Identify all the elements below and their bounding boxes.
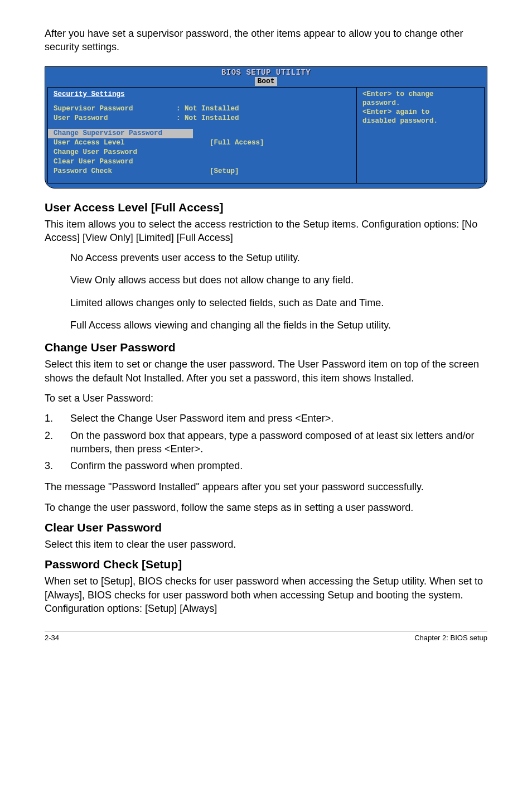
list-number: 1. (45, 412, 70, 425)
list-number: 3. (45, 459, 70, 472)
bios-row-supervisor-password: Supervisor Password : Not Installed (54, 104, 351, 114)
bios-row-user-access-level: User Access Level [Full Access] (54, 138, 351, 148)
footer-page-number: 2-34 (45, 634, 59, 642)
row-label: User Access Level (54, 138, 176, 148)
bios-screenshot: BIOS SETUP UTILITY Boot Security Setting… (45, 66, 487, 189)
bios-title: BIOS SETUP UTILITY (45, 67, 487, 77)
row-value: : Not Installed (176, 114, 239, 123)
list-item: 1. Select the Change User Password item … (45, 412, 487, 425)
bios-tab-boot: Boot (255, 77, 277, 86)
row-label: Password Check (54, 167, 176, 176)
paragraph: When set to [Setup], BIOS checks for use… (45, 574, 487, 615)
page-footer: 2-34 Chapter 2: BIOS setup (45, 631, 487, 642)
bios-row-change-user-password: Change User Password (54, 148, 351, 157)
paragraph-no-access: No Access prevents user access to the Se… (70, 251, 487, 264)
row-value: : Not Installed (176, 104, 239, 114)
bios-help-pane: <Enter> to change password. <Enter> agai… (356, 87, 485, 183)
bios-row-password-check: Password Check [Setup] (54, 167, 351, 176)
paragraph: Select this item to clear the user passw… (45, 538, 487, 551)
paragraph-view-only: View Only allows access but does not all… (70, 273, 487, 287)
row-value: [Setup] (210, 167, 239, 176)
list-text: Select the Change User Password item and… (70, 412, 333, 425)
bios-row-clear-user-password: Clear User Password (54, 157, 351, 167)
paragraph: The message "Password Installed" appears… (45, 480, 487, 494)
list-text: On the password box that appears, type a… (70, 429, 487, 456)
list-text: Confirm the password when prompted. (70, 459, 243, 472)
bios-row-change-supervisor-password: Change Supervisor Password (48, 129, 193, 138)
heading-change-user-password: Change User Password (45, 341, 487, 354)
help-line: disabled password. (362, 117, 478, 125)
intro-paragraph: After you have set a supervisor password… (45, 27, 487, 54)
help-line: <Enter> to change (362, 90, 478, 99)
row-label: Clear User Password (54, 157, 176, 167)
row-label: User Password (54, 114, 176, 123)
list-item: 3. Confirm the password when prompted. (45, 459, 487, 472)
heading-password-check: Password Check [Setup] (45, 558, 487, 571)
list-item: 2. On the password box that appears, typ… (45, 429, 487, 456)
heading-user-access-level: User Access Level [Full Access] (45, 201, 487, 214)
help-line: <Enter> again to (362, 108, 478, 117)
paragraph-full-access: Full Access allows viewing and changing … (70, 318, 487, 332)
paragraph: Select this item to set or change the us… (45, 357, 487, 385)
paragraph: To set a User Password: (45, 392, 487, 405)
paragraph: This item allows you to select the acces… (45, 218, 487, 245)
bios-left-pane: Security Settings Supervisor Password : … (47, 87, 356, 183)
ordered-list: 1. Select the Change User Password item … (45, 412, 487, 472)
row-label: Supervisor Password (54, 104, 176, 114)
paragraph: To change the user password, follow the … (45, 501, 487, 514)
paragraph-limited: Limited allows changes only to selected … (70, 296, 487, 310)
heading-clear-user-password: Clear User Password (45, 521, 487, 534)
bios-row-user-password: User Password : Not Installed (54, 114, 351, 123)
help-line: password. (362, 99, 478, 108)
list-number: 2. (45, 429, 70, 456)
bios-section-title: Security Settings (54, 90, 351, 99)
row-value: [Full Access] (210, 138, 264, 148)
row-label: Change User Password (54, 148, 176, 157)
footer-chapter: Chapter 2: BIOS setup (414, 634, 487, 642)
